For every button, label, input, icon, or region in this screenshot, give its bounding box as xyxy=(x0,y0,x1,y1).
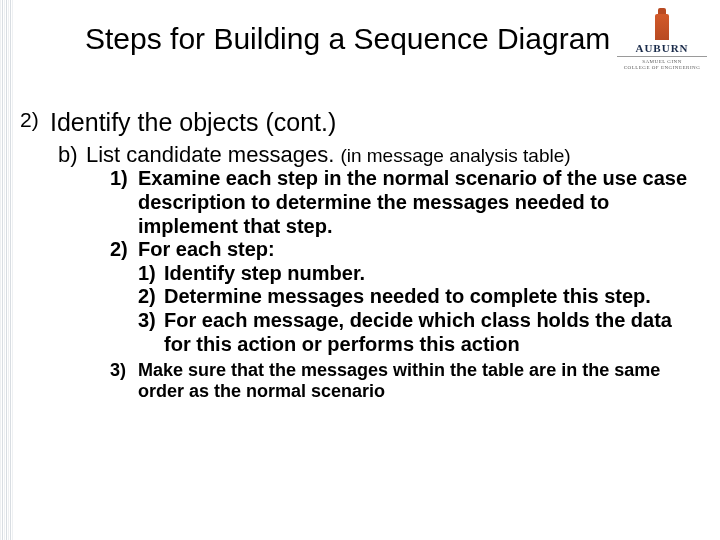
sub-1-num: 1) xyxy=(110,167,138,238)
sub-2-text: For each step: xyxy=(138,238,696,262)
sub-1-text: Examine each step in the normal scenario… xyxy=(138,167,696,238)
sub-3: 3) Make sure that the messages within th… xyxy=(110,360,696,402)
slide-body: 2) Identify the objects (cont.) b) List … xyxy=(18,108,696,403)
sub-3-text: Make sure that the messages within the t… xyxy=(138,360,696,402)
item-b-num: b) xyxy=(58,142,86,168)
sub-2-3: 3) For each message, decide which class … xyxy=(138,309,696,356)
step-2-num: 2) xyxy=(18,108,50,138)
sub-2-3-text: For each message, decide which class hol… xyxy=(164,309,696,356)
logo-sub-1: SAMUEL GINN xyxy=(642,59,682,64)
item-b-text: List candidate messages. (in message ana… xyxy=(86,142,696,168)
sub-2-3-num: 3) xyxy=(138,309,164,356)
slide-title: Steps for Building a Sequence Diagram xyxy=(85,22,610,56)
sub-1: 1) Examine each step in the normal scena… xyxy=(110,167,696,238)
sub-2-num: 2) xyxy=(110,238,138,262)
decorative-left-stripe xyxy=(0,0,14,540)
item-b-paren: (in message analysis table) xyxy=(340,145,570,166)
sub-2-1-text: Identify step number. xyxy=(164,262,696,286)
logo-wordmark: AUBURN xyxy=(635,42,688,54)
tower-icon xyxy=(655,14,669,40)
sub-2-2: 2) Determine messages needed to complete… xyxy=(138,285,696,309)
logo-sub-2: COLLEGE OF ENGINEERING xyxy=(624,65,701,70)
sub-2: 2) For each step: xyxy=(110,238,696,262)
sub-2-2-text: Determine messages needed to complete th… xyxy=(164,285,696,309)
logo-subline: SAMUEL GINN COLLEGE OF ENGINEERING xyxy=(617,56,707,70)
item-b-main: List candidate messages. xyxy=(86,142,334,167)
sub-2-2-num: 2) xyxy=(138,285,164,309)
sub-2-1-num: 1) xyxy=(138,262,164,286)
item-b: b) List candidate messages. (in message … xyxy=(58,142,696,168)
sub-2-1: 1) Identify step number. xyxy=(138,262,696,286)
auburn-logo: AUBURN SAMUEL GINN COLLEGE OF ENGINEERIN… xyxy=(622,14,702,70)
step-2-text: Identify the objects (cont.) xyxy=(50,108,696,138)
sub-3-num: 3) xyxy=(110,360,138,402)
step-2: 2) Identify the objects (cont.) xyxy=(18,108,696,138)
